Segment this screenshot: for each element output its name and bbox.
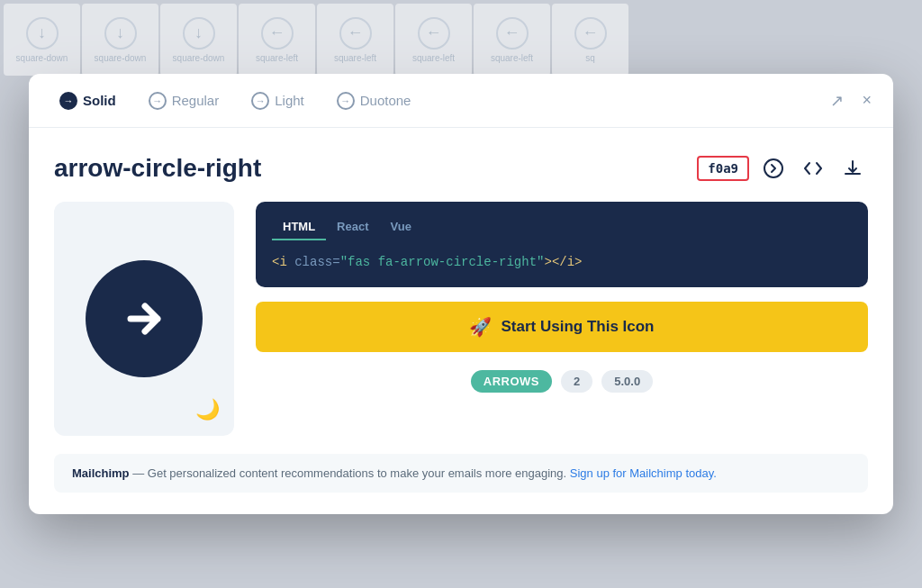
- icon-preview-circle: [86, 260, 203, 377]
- right-panel: HTML React Vue <i class="fas fa-arrow-ci…: [256, 202, 868, 396]
- svg-point-0: [764, 159, 782, 177]
- tab-solid[interactable]: → Solid: [47, 85, 129, 117]
- tab-duotone-label: Duotone: [360, 93, 411, 108]
- download-icon: [842, 158, 863, 179]
- code-icon: [802, 158, 824, 179]
- tab-regular-icon: →: [149, 92, 167, 110]
- tab-light[interactable]: → Light: [239, 85, 317, 117]
- circle-arrow-button[interactable]: [758, 153, 789, 184]
- footer-banner: Mailchimp — Get personalized content rec…: [54, 454, 868, 493]
- bg-icon-item: ← sq: [552, 4, 628, 76]
- close-button[interactable]: ×: [858, 87, 875, 113]
- tab-duotone-icon: →: [337, 92, 355, 110]
- bg-icon-item: ↓ square-down: [160, 4, 237, 76]
- footer-brand: Mailchimp: [72, 466, 130, 480]
- tab-bar: → Solid → Regular → Light → Duotone ↗ ×: [29, 74, 893, 128]
- bg-icon-item: ← square-left: [474, 4, 550, 76]
- header-right: f0a9: [697, 153, 868, 184]
- tab-regular-label: Regular: [172, 93, 220, 108]
- tag-count[interactable]: 2: [561, 370, 592, 393]
- modal-body: arrow-circle-right f0a9: [29, 128, 893, 514]
- code-line: <i class="fas fa-arrow-circle-right"></i…: [272, 255, 583, 269]
- tab-solid-label: Solid: [83, 93, 116, 108]
- icon-preview-card: 🌙: [54, 202, 234, 436]
- unicode-badge: f0a9: [697, 156, 749, 181]
- tab-regular[interactable]: → Regular: [136, 85, 232, 117]
- start-using-button[interactable]: 🚀 Start Using This Icon: [256, 302, 868, 352]
- code-tabs: HTML React Vue: [256, 202, 868, 240]
- cta-label: Start Using This Icon: [501, 318, 654, 336]
- tab-light-label: Light: [275, 93, 304, 108]
- moon-badge: 🌙: [195, 398, 220, 421]
- rocket-icon: 🚀: [469, 316, 492, 338]
- tags-row: ARROWS 2 5.0.0: [256, 366, 868, 396]
- code-content: <i class="fas fa-arrow-circle-right"></i…: [256, 240, 868, 287]
- code-block: HTML React Vue <i class="fas fa-arrow-ci…: [256, 202, 868, 287]
- tab-solid-icon: →: [59, 92, 77, 110]
- code-tab-html[interactable]: HTML: [272, 214, 326, 240]
- code-button[interactable]: [798, 153, 828, 184]
- bg-icon-item: ↓ square-down: [82, 4, 158, 76]
- download-button[interactable]: [837, 153, 868, 184]
- bg-icon-item: ↓ square-down: [4, 4, 80, 76]
- tab-duotone[interactable]: → Duotone: [324, 85, 424, 117]
- footer-text: — Get personalized content recommendatio…: [130, 466, 567, 480]
- arrow-preview-svg: [113, 287, 176, 350]
- tab-light-icon: →: [251, 92, 269, 110]
- tag-version[interactable]: 5.0.0: [601, 370, 653, 393]
- footer-cta-link[interactable]: Sign up for Mailchimp today.: [570, 466, 717, 480]
- icon-detail-modal: → Solid → Regular → Light → Duotone ↗ × …: [29, 74, 893, 514]
- header-actions: ↗ ×: [827, 87, 875, 114]
- code-tab-react[interactable]: React: [326, 214, 379, 240]
- bg-icon-item: ← square-left: [239, 4, 315, 76]
- icon-title: arrow-circle-right: [54, 154, 261, 183]
- content-row: 🌙 HTML React Vue <i class="fas fa-arrow-…: [54, 202, 868, 436]
- arrow-circle-icon: [763, 158, 784, 179]
- bg-icon-item: ← square-left: [395, 4, 472, 76]
- tag-arrows[interactable]: ARROWS: [471, 370, 552, 393]
- bg-icon-item: ← square-left: [317, 4, 393, 76]
- code-tab-vue[interactable]: Vue: [380, 214, 422, 240]
- expand-button[interactable]: ↗: [827, 87, 847, 114]
